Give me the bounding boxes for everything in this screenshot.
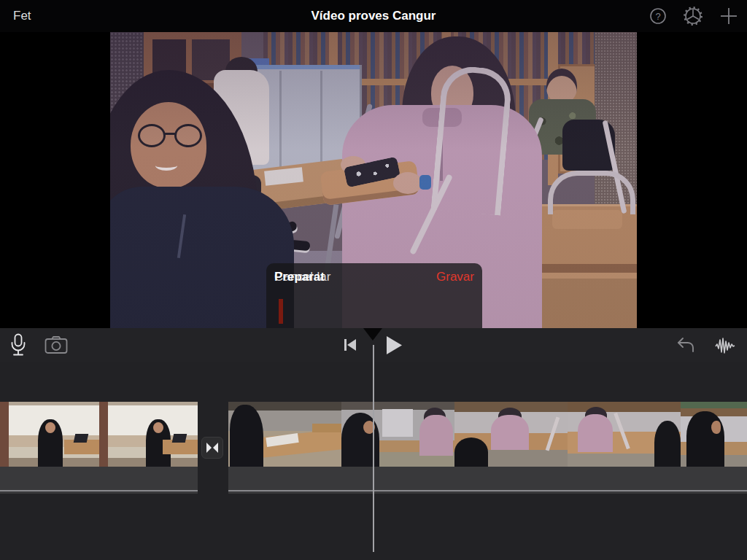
- video-preview[interactable]: Cancel·lar Preparat Gravar: [110, 32, 637, 328]
- play-button[interactable]: [385, 335, 403, 357]
- playhead-notch: [363, 328, 382, 341]
- clip-audio-waveform: [0, 467, 198, 494]
- clip-frame[interactable]: [681, 402, 747, 467]
- transition-button[interactable]: [201, 437, 223, 459]
- help-icon: ?: [649, 7, 667, 25]
- playhead-line[interactable]: [373, 345, 374, 552]
- preview-watch: [419, 175, 431, 190]
- clip-frame[interactable]: [568, 402, 681, 467]
- clip-frame[interactable]: [228, 402, 341, 467]
- topbar-actions: ?: [649, 0, 738, 32]
- add-media-button[interactable]: [719, 7, 738, 26]
- project-title: Vídeo proves Cangur: [146, 0, 601, 32]
- clip-frame[interactable]: [454, 402, 568, 467]
- done-button[interactable]: Fet: [13, 0, 31, 32]
- add-plus-icon: [719, 7, 738, 26]
- preview-person-camo: [546, 69, 577, 104]
- undo-icon: [676, 337, 695, 354]
- record-voiceover-button[interactable]: [9, 333, 27, 359]
- clip-frame[interactable]: [341, 402, 454, 467]
- clip-frame[interactable]: [99, 402, 198, 467]
- help-button[interactable]: ?: [649, 7, 667, 25]
- camera-button[interactable]: [44, 335, 68, 357]
- camera-icon: [44, 335, 68, 354]
- crossfade-transition-icon: [206, 442, 219, 454]
- imovie-app: Fet Vídeo proves Cangur ?: [0, 0, 747, 560]
- clip-audio-waveform: [228, 467, 747, 494]
- preview-stage: Cancel·lar Preparat Gravar: [0, 32, 747, 328]
- play-icon: [385, 335, 403, 355]
- settings-gear-icon: [683, 6, 703, 26]
- skip-to-start-icon: [343, 338, 357, 352]
- recording-status-label: Preparat: [274, 270, 325, 284]
- undo-button[interactable]: [676, 337, 695, 356]
- preview-girl-left-glasses: [138, 124, 166, 147]
- audio-recording-overlay: Cancel·lar Preparat Gravar: [266, 263, 482, 328]
- svg-text:?: ?: [655, 11, 660, 22]
- settings-button[interactable]: [683, 6, 703, 26]
- timeline-clip-1[interactable]: [0, 402, 198, 494]
- audio-waveform-icon: [715, 337, 735, 354]
- microphone-icon: [9, 333, 27, 357]
- audio-waveform-button[interactable]: [715, 337, 735, 357]
- timeline-clip-2[interactable]: [228, 402, 747, 494]
- clip-frame[interactable]: [0, 402, 99, 467]
- skip-to-start-button[interactable]: [343, 338, 357, 354]
- top-navigation-bar: Fet Vídeo proves Cangur ?: [0, 0, 747, 32]
- record-button[interactable]: Gravar: [436, 270, 474, 284]
